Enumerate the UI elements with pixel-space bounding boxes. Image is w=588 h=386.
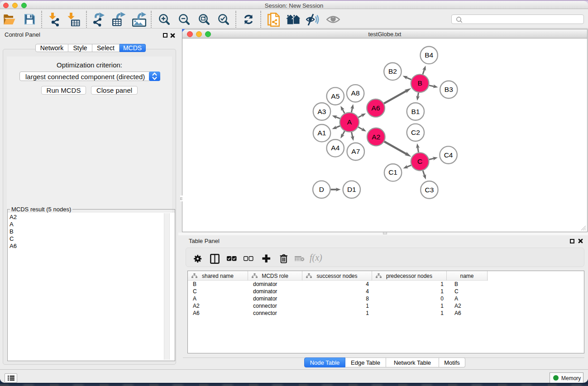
svg-text:C: C [417, 157, 422, 165]
svg-text:C2: C2 [411, 129, 420, 136]
svg-text:A5: A5 [331, 92, 339, 100]
svg-text:C4: C4 [444, 151, 453, 159]
svg-text:B2: B2 [388, 67, 397, 75]
svg-text:D1: D1 [347, 186, 356, 193]
svg-text:A3: A3 [318, 108, 326, 115]
svg-text:A2: A2 [372, 133, 380, 141]
svg-text:C3: C3 [425, 186, 434, 194]
svg-text:A6: A6 [372, 104, 380, 112]
svg-text:B: B [417, 79, 422, 87]
svg-text:A7: A7 [351, 148, 360, 155]
svg-text:A8: A8 [351, 89, 360, 97]
svg-text:A1: A1 [318, 129, 326, 137]
svg-text:B4: B4 [425, 51, 433, 59]
svg-text:A: A [347, 118, 352, 126]
svg-text:B3: B3 [445, 86, 453, 93]
svg-text:D: D [319, 186, 324, 193]
svg-text:C1: C1 [388, 168, 397, 176]
svg-text:A4: A4 [331, 144, 339, 152]
svg-text:B1: B1 [411, 108, 420, 115]
